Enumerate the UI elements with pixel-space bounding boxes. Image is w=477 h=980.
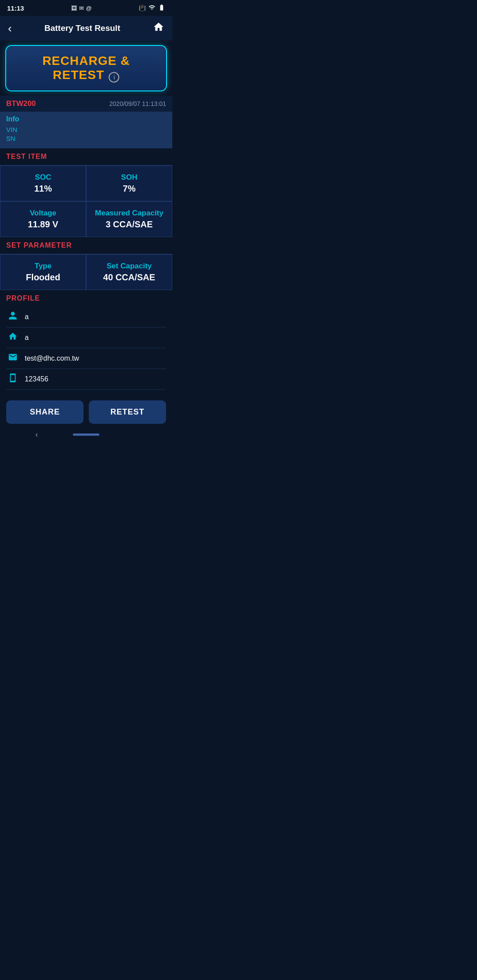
mail-icon bbox=[6, 352, 19, 365]
status-bar: 11:13 🖼 ✉ @ 📳 bbox=[0, 0, 172, 16]
retest-button[interactable]: RETEST bbox=[89, 400, 166, 424]
home-button[interactable] bbox=[153, 21, 164, 35]
info-icon[interactable]: i bbox=[109, 72, 119, 83]
profile-phone: 123456 bbox=[25, 375, 48, 383]
test-item-header: TEST ITEM bbox=[0, 148, 172, 165]
set-parameter-header: SET PARAMETER bbox=[0, 237, 172, 254]
profile-home-item: a bbox=[6, 328, 166, 348]
info-section: Info VIN SN bbox=[0, 112, 172, 148]
set-parameter-title: SET PARAMETER bbox=[6, 241, 72, 249]
profile-phone-item: 123456 bbox=[6, 369, 166, 390]
set-capacity-label: Set Capacity bbox=[106, 262, 151, 271]
profile-section: PROFILE a a test@dhc.com.tw 123456 bbox=[0, 290, 172, 394]
voltage-label: Voltage bbox=[30, 209, 56, 218]
info-section-label: Info bbox=[6, 115, 166, 123]
profile-home-name: a bbox=[25, 334, 29, 342]
set-capacity-cell: Set Capacity 40 CCA/SAE bbox=[86, 254, 172, 290]
person-icon bbox=[6, 311, 19, 323]
nav-back-button[interactable]: ‹ bbox=[35, 430, 38, 439]
profile-email-item: test@dhc.com.tw bbox=[6, 348, 166, 369]
measured-capacity-label: Measured Capacity bbox=[95, 209, 163, 218]
soh-value: 7% bbox=[123, 184, 136, 194]
type-label: Type bbox=[34, 262, 51, 271]
bottom-buttons: SHARE RETEST bbox=[0, 394, 172, 430]
vibrate-icon: 📳 bbox=[139, 5, 146, 11]
status-right-icons: 📳 bbox=[139, 4, 165, 12]
device-timestamp: 2020/09/07 11:13:01 bbox=[110, 100, 166, 107]
wifi-icon bbox=[148, 4, 155, 12]
back-button[interactable]: ‹ bbox=[8, 23, 12, 34]
soc-cell: SOC 11% bbox=[0, 166, 86, 201]
test-item-title: TEST ITEM bbox=[6, 153, 47, 160]
device-name: BTW200 bbox=[6, 99, 36, 108]
type-value: Flooded bbox=[26, 272, 61, 283]
photo-icon: 🖼 bbox=[71, 5, 77, 11]
test-item-grid: SOC 11% SOH 7% Voltage 11.89 V Measured … bbox=[0, 165, 172, 237]
measured-capacity-value: 3 CCA/SAE bbox=[106, 219, 153, 230]
voltage-cell: Voltage 11.89 V bbox=[0, 201, 86, 237]
profile-email: test@dhc.com.tw bbox=[25, 354, 79, 362]
vin-field: VIN bbox=[6, 126, 166, 133]
home-profile-icon bbox=[6, 332, 19, 344]
nav-pill bbox=[73, 433, 99, 436]
at-icon: @ bbox=[86, 5, 92, 11]
gmail-icon: ✉ bbox=[79, 5, 84, 11]
nav-bar: ‹ bbox=[0, 430, 172, 442]
battery-icon bbox=[158, 4, 165, 12]
page-title: Battery Test Result bbox=[12, 23, 153, 33]
app-header: ‹ Battery Test Result bbox=[0, 16, 172, 41]
profile-title: PROFILE bbox=[6, 294, 166, 302]
soc-value: 11% bbox=[34, 184, 52, 194]
status-time: 11:13 bbox=[7, 4, 24, 12]
voltage-value: 11.89 V bbox=[28, 219, 58, 230]
profile-person-item: a bbox=[6, 307, 166, 328]
soh-label: SOH bbox=[121, 173, 137, 182]
profile-person-name: a bbox=[25, 313, 29, 321]
share-button[interactable]: SHARE bbox=[6, 400, 83, 424]
phone-icon bbox=[6, 373, 19, 385]
set-capacity-value: 40 CCA/SAE bbox=[103, 272, 155, 283]
type-cell: Type Flooded bbox=[0, 254, 86, 290]
measured-capacity-cell: Measured Capacity 3 CCA/SAE bbox=[86, 201, 172, 237]
sn-field: SN bbox=[6, 135, 166, 142]
result-banner: RECHARGE & RETEST i bbox=[5, 45, 167, 91]
soh-cell: SOH 7% bbox=[86, 166, 172, 201]
soc-label: SOC bbox=[35, 173, 51, 182]
info-fields: VIN SN bbox=[6, 126, 166, 142]
status-left-icons: 🖼 ✉ @ bbox=[71, 5, 92, 11]
param-grid: Type Flooded Set Capacity 40 CCA/SAE bbox=[0, 254, 172, 290]
device-row: BTW200 2020/09/07 11:13:01 bbox=[0, 96, 172, 112]
